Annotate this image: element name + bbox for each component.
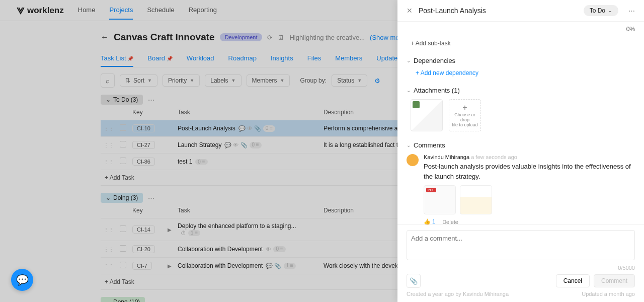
attachment-thumbnail[interactable] — [411, 99, 443, 131]
comment-attachment-image[interactable] — [460, 185, 492, 214]
task-detail-panel: ✕ Post-Launch Analysis To Do ⌄ ⋯ 0% + Ad… — [397, 0, 644, 302]
panel-footer: 0/5000 📎 Cancel Comment Created a year a… — [397, 224, 644, 302]
attachments-section: ⌄Attachments (1) + Choose or drop file t… — [407, 87, 635, 131]
comments-section: ⌄Comments Kavindu Mihiranga a few second… — [407, 141, 635, 224]
created-meta: Created a year ago by Kavindu Mihiranga — [407, 291, 509, 297]
plus-icon: + — [462, 103, 467, 112]
panel-body: 0% + Add sub-task ⌄Dependencies + Add ne… — [397, 22, 644, 224]
close-icon[interactable]: ✕ — [407, 7, 413, 15]
comment-input[interactable] — [407, 230, 635, 260]
panel-title: Post-Launch Analysis — [419, 7, 578, 15]
dependencies-section: ⌄Dependencies + Add new dependency — [407, 57, 635, 77]
progress-value: 0% — [407, 26, 635, 33]
chevron-down-icon: ⌄ — [608, 8, 612, 13]
updated-meta: Updated a month ago — [582, 291, 635, 297]
cancel-button[interactable]: Cancel — [556, 274, 590, 287]
attachments-header[interactable]: ⌄Attachments (1) — [407, 87, 635, 94]
delete-comment-button[interactable]: Delete — [442, 219, 458, 225]
comment-author[interactable]: Kavindu Mihiranga — [424, 154, 469, 160]
comment-button[interactable]: Comment — [594, 274, 635, 287]
panel-header: ✕ Post-Launch Analysis To Do ⌄ ⋯ — [397, 0, 644, 22]
comment-item: Kavindu Mihiranga a few seconds ago Post… — [407, 154, 635, 224]
upload-dropzone[interactable]: + Choose or drop file to upload — [449, 99, 481, 131]
comment-text: Post-launch analysis provides valuable i… — [424, 162, 635, 181]
dependencies-header[interactable]: ⌄Dependencies — [407, 57, 635, 64]
chat-widget-button[interactable]: 💬 — [11, 269, 33, 291]
attach-file-button[interactable]: 📎 — [407, 274, 421, 288]
chevron-down-icon: ⌄ — [407, 88, 411, 93]
char-count: 0/5000 — [407, 265, 635, 271]
comment-time: a few seconds ago — [471, 154, 517, 160]
more-icon[interactable]: ⋯ — [628, 7, 635, 15]
comments-header[interactable]: ⌄Comments — [407, 141, 635, 149]
chevron-down-icon: ⌄ — [407, 58, 411, 63]
like-button[interactable]: 👍 1 — [424, 218, 435, 224]
comment-attachment-pdf[interactable] — [424, 185, 456, 214]
add-subtask-button[interactable]: + Add sub-task — [407, 40, 635, 47]
chevron-down-icon: ⌄ — [407, 142, 411, 148]
avatar[interactable] — [407, 154, 419, 166]
status-dropdown[interactable]: To Do ⌄ — [584, 5, 618, 16]
add-dependency-button[interactable]: + Add new dependency — [407, 69, 635, 77]
